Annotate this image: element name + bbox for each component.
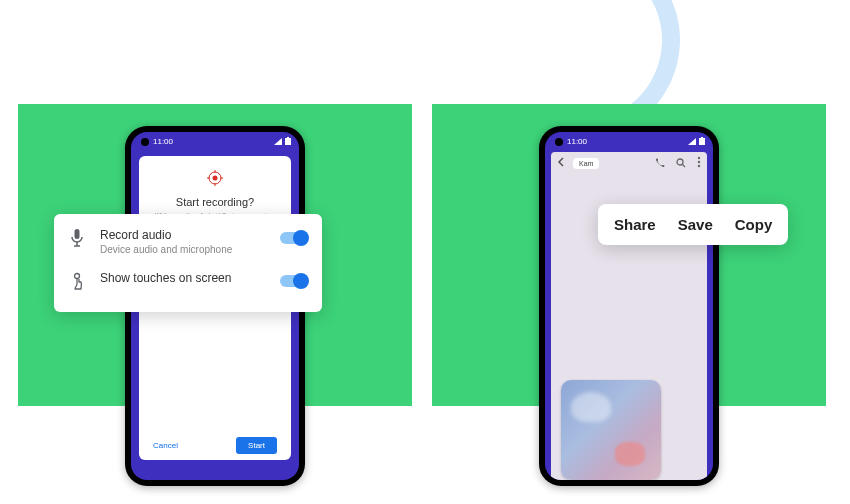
panel-left: 11:00 Start recording? While recording, … — [18, 104, 412, 406]
svg-rect-12 — [699, 138, 705, 145]
svg-rect-0 — [285, 138, 291, 145]
touch-icon — [70, 272, 86, 294]
option-show-touches[interactable]: Show touches on screen — [70, 271, 306, 294]
option-record-audio[interactable]: Record audio Device audio and microphone — [70, 228, 306, 255]
show-touches-toggle[interactable] — [280, 275, 306, 287]
status-bar: 11:00 — [545, 132, 713, 150]
status-bar: 11:00 — [131, 132, 299, 150]
back-arrow-icon[interactable] — [557, 157, 567, 169]
record-target-icon — [207, 170, 223, 190]
panel-right: 11:00 Kam — [432, 104, 826, 406]
record-audio-toggle[interactable] — [280, 232, 306, 244]
chat-header: Kam — [551, 152, 707, 174]
phone-frame-right: 11:00 Kam — [539, 126, 719, 486]
svg-rect-1 — [287, 137, 289, 138]
panels-row: 11:00 Start recording? While recording, … — [18, 104, 826, 406]
dialog-footer: Cancel Start — [147, 432, 283, 454]
start-button[interactable]: Start — [236, 437, 277, 454]
svg-point-16 — [698, 157, 700, 159]
copy-button[interactable]: Copy — [735, 216, 773, 233]
chat-area: Kam — [551, 152, 707, 480]
svg-point-11 — [75, 274, 80, 279]
media-message[interactable] — [561, 380, 661, 480]
option-text: Show touches on screen — [100, 271, 266, 285]
svg-point-18 — [698, 165, 700, 167]
context-menu: Share Save Copy — [598, 204, 788, 245]
dialog-title: Start recording? — [147, 196, 283, 208]
svg-point-3 — [213, 176, 218, 181]
status-icons — [274, 137, 291, 145]
svg-rect-8 — [75, 229, 80, 239]
option-title: Show touches on screen — [100, 271, 266, 285]
more-icon[interactable] — [697, 154, 701, 172]
microphone-icon — [70, 229, 86, 251]
battery-icon — [699, 137, 705, 145]
option-title: Record audio — [100, 228, 266, 242]
svg-point-14 — [677, 159, 683, 165]
status-time: 11:00 — [153, 137, 173, 146]
share-button[interactable]: Share — [614, 216, 656, 233]
status-icons — [688, 137, 705, 145]
option-text: Record audio Device audio and microphone — [100, 228, 266, 255]
signal-icon — [688, 138, 696, 145]
battery-icon — [285, 137, 291, 145]
cancel-button[interactable]: Cancel — [153, 441, 178, 450]
contact-chip[interactable]: Kam — [573, 158, 599, 169]
svg-line-15 — [683, 165, 686, 168]
options-overlay: Record audio Device audio and microphone… — [54, 214, 322, 312]
save-button[interactable]: Save — [678, 216, 713, 233]
status-time: 11:00 — [567, 137, 587, 146]
call-icon[interactable] — [655, 154, 665, 172]
svg-rect-13 — [701, 137, 703, 138]
search-icon[interactable] — [676, 154, 686, 172]
signal-icon — [274, 138, 282, 145]
option-subtitle: Device audio and microphone — [100, 244, 266, 255]
svg-point-17 — [698, 161, 700, 163]
phone-screen-right: 11:00 Kam — [545, 132, 713, 480]
